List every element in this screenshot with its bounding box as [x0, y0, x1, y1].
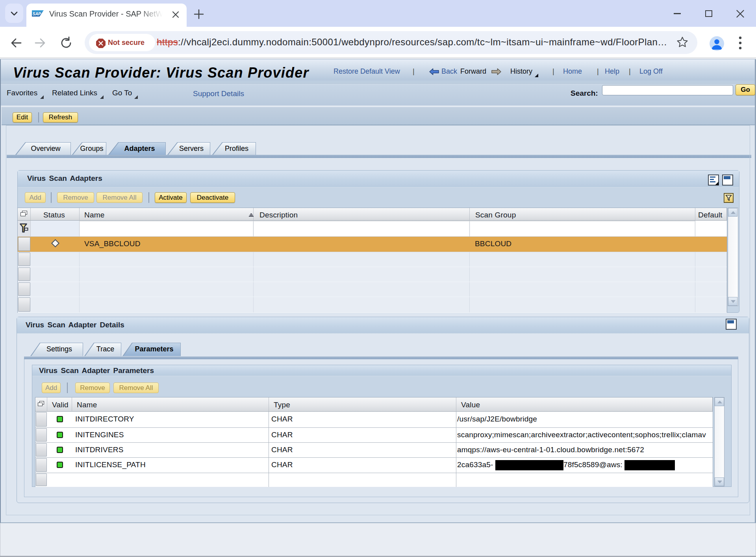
svg-text:SAP: SAP	[33, 11, 42, 16]
